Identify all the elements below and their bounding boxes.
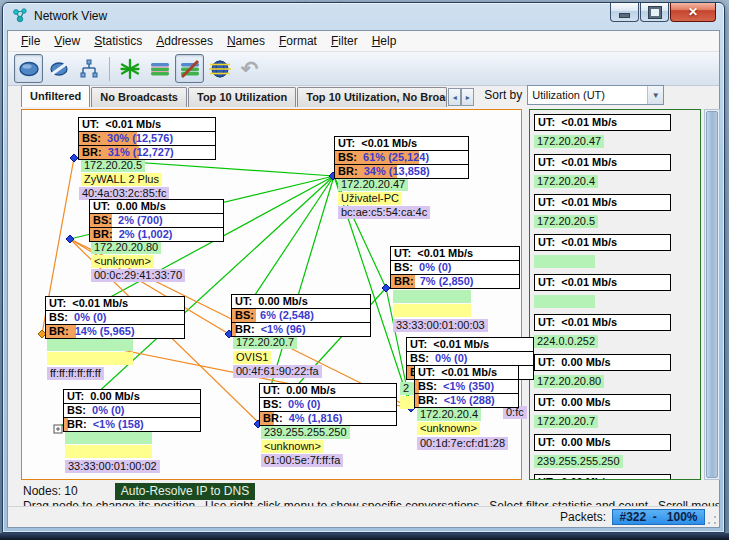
network-graph-panel[interactable]: UT: <0.01 Mb/sBS: 30% (12,576)BR: 31% (1… — [21, 109, 522, 480]
radial-layout-icon[interactable] — [115, 54, 144, 83]
stat-label: BS: — [46, 311, 74, 323]
menu-item-file[interactable]: File — [14, 32, 47, 50]
resize-grip-icon[interactable] — [707, 515, 717, 525]
ellipse-node-view-icon[interactable] — [14, 54, 43, 83]
network-view-window: Network View ✕ FileViewStatisticsAddress… — [2, 2, 725, 533]
list-item[interactable]: UT: 0.00 Mb/s — [534, 474, 700, 480]
menu-item-view[interactable]: View — [47, 32, 87, 50]
list-item-address: 239.255.255.250 — [534, 455, 623, 468]
node-list-panel: UT: <0.01 Mb/s172.20.20.47UT: <0.01 Mb/s… — [529, 109, 701, 480]
tree-layout-icon[interactable] — [74, 54, 103, 83]
nodes-count: Nodes: 10 — [23, 484, 78, 498]
list-item-ut-value: UT: <0.01 Mb/s — [534, 114, 671, 131]
list-item-ut-value: UT: <0.01 Mb/s — [534, 194, 671, 211]
list-item-address — [534, 295, 595, 308]
tab-top-10-utilization-no-broadcas[interactable]: Top 10 Utilization, No Broadcas — [297, 87, 447, 107]
node-33-33-00-01-00-03[interactable]: UT: <0.01 Mb/sBS: 0% (0)BR: 7% (2,850) — [390, 246, 520, 289]
node-239-255-255-250[interactable]: UT: 0.00 Mb/sBS: 0% (0)BR: 4% (1,816) — [259, 383, 397, 426]
undo-icon[interactable]: ↶ — [235, 54, 264, 83]
node-172-20-20-47[interactable]: UT: <0.01 Mb/sBS: 61% (25,124)BR: 34% (1… — [334, 136, 469, 179]
menu-item-format[interactable]: Format — [272, 32, 324, 50]
list-item[interactable]: UT: <0.01 Mb/s172.20.20.4 — [534, 154, 700, 189]
stat-label: BS: — [232, 309, 260, 321]
list-item[interactable]: UT: <0.01 Mb/s224.0.0.252 — [534, 314, 700, 349]
stat-value: 0% (0) — [288, 398, 320, 410]
stat-row: UT: <0.01 Mb/s — [46, 297, 184, 311]
stat-label: BR: — [64, 418, 93, 430]
hide-traffic-lines-icon[interactable] — [175, 54, 204, 83]
node-label-green: 172.20.20.4 — [417, 408, 481, 421]
list-item-address: 172.20.20.5 — [534, 215, 598, 228]
app-icon — [12, 8, 28, 24]
node-label-green — [393, 290, 471, 303]
node-label-purple: 00:0c:29:41:33:70 — [91, 269, 185, 282]
auto-resolve-badge[interactable]: Auto-Resolve IP to DNS — [115, 483, 256, 500]
show-traffic-lines-icon[interactable] — [145, 54, 174, 83]
tab-top-10-utilization[interactable]: Top 10 Utilization — [188, 87, 296, 107]
list-item-ut-value: UT: 0.00 Mb/s — [534, 354, 671, 371]
list-item[interactable]: UT: 0.00 Mb/s172.20.20.7 — [534, 394, 700, 429]
stat-label: BR: — [260, 412, 289, 424]
stat-row: BS: 0% (0) — [64, 404, 200, 418]
ellipse-disabled-icon[interactable] — [44, 54, 73, 83]
tab-no-broadcasts[interactable]: No Broadcasts — [91, 87, 187, 107]
menu-item-addresses[interactable]: Addresses — [149, 32, 220, 50]
maximize-button[interactable] — [640, 3, 669, 22]
list-item-address: 172.20.20.4 — [534, 175, 598, 188]
node-label-yellow: OVIS1 — [233, 351, 271, 364]
stat-value: 6% (2,548) — [260, 309, 314, 321]
stat-label: BR: — [79, 146, 108, 158]
node-label-green: 172.20.20.7 — [233, 336, 297, 349]
stat-row: BR: 4% (1,816) — [260, 412, 396, 425]
title-bar[interactable]: Network View ✕ — [3, 3, 724, 29]
graph-canvas[interactable]: UT: <0.01 Mb/sBS: 30% (12,576)BR: 31% (1… — [22, 110, 521, 479]
list-item-address: 224.0.0.252 — [534, 335, 598, 348]
sort-by-group: Sort by Utilization (UT) ▼ — [484, 85, 664, 105]
stat-label: UT: — [415, 366, 441, 378]
stat-value: <0.01 Mb/s — [72, 297, 128, 309]
tab-scroll-right-button[interactable]: ▸ — [461, 88, 474, 106]
tab-unfiltered[interactable]: Unfiltered — [21, 85, 90, 107]
scrollbar-thumb[interactable] — [706, 111, 718, 478]
list-item[interactable]: UT: <0.01 Mb/s — [534, 274, 700, 309]
list-item-address — [534, 255, 595, 268]
node-172-20-20-80[interactable]: UT: 0.00 Mb/sBS: 2% (700)BR: 2% (1,002) — [89, 199, 224, 242]
stat-label: UT: — [79, 118, 105, 130]
stat-label: UT: — [260, 384, 286, 396]
chevron-down-icon[interactable]: ▼ — [647, 86, 663, 104]
list-item[interactable]: UT: <0.01 Mb/s — [534, 234, 700, 269]
list-item[interactable]: UT: <0.01 Mb/s172.20.20.47 — [534, 114, 700, 149]
globe-view-icon[interactable] — [205, 54, 234, 83]
menu-item-filter[interactable]: Filter — [324, 32, 365, 50]
node-label-purple: 01:00:5e:7f:ff:fa — [261, 454, 343, 467]
close-icon: ✕ — [688, 5, 698, 19]
stat-row: UT: <0.01 Mb/s — [415, 366, 518, 380]
menu-item-statistics[interactable]: Statistics — [87, 32, 149, 50]
packets-label: Packets: — [560, 510, 606, 524]
sort-by-dropdown[interactable]: Utilization (UT) ▼ — [527, 85, 664, 105]
menu-item-names[interactable]: Names — [220, 32, 272, 50]
list-scrollbar[interactable] — [704, 109, 720, 480]
node-172-20-20-5[interactable]: UT: <0.01 Mb/sBS: 30% (12,576)BR: 31% (1… — [78, 117, 216, 160]
minimize-button[interactable] — [610, 3, 639, 22]
tab-scroll-left-button[interactable]: ◂ — [448, 88, 461, 106]
node-33-33-00-01-00-02[interactable]: UT: 0.00 Mb/sBS: 0% (0)BR: <1% (158) — [63, 389, 201, 432]
stat-value: 31% (12,727) — [108, 146, 174, 158]
menu-item-help[interactable]: Help — [365, 32, 404, 50]
toolbar: ↶ — [8, 52, 719, 86]
node-label-yellow: <unknown> — [91, 255, 154, 268]
list-item[interactable]: UT: 0.00 Mb/s172.20.20.80 — [534, 354, 700, 389]
stat-row: BR: <1% (288) — [415, 394, 518, 407]
node-172-20-20-7[interactable]: UT: 0.00 Mb/sBS: 6% (2,548)BR: <1% (96) — [231, 294, 371, 337]
stat-row: UT: <0.01 Mb/s — [407, 338, 533, 352]
node-broadcast-ff[interactable]: UT: <0.01 Mb/sBS: 0% (0)BR: 14% (5,965) — [45, 296, 185, 339]
list-item[interactable]: UT: 0.00 Mb/s239.255.255.250 — [534, 434, 700, 469]
menu-bar: FileViewStatisticsAddressesNamesFormatFi… — [8, 31, 719, 52]
stat-row: BR: 2% (1,002) — [90, 228, 223, 241]
node-172-20-20-4[interactable]: UT: <0.01 Mb/sBS: <1% (350)BR: <1% (288) — [414, 365, 519, 408]
close-button[interactable]: ✕ — [670, 3, 716, 22]
list-item-ut-value: UT: <0.01 Mb/s — [534, 314, 671, 331]
stat-row: BR: 31% (12,727) — [79, 146, 215, 159]
node-label-green — [65, 431, 152, 444]
list-item[interactable]: UT: <0.01 Mb/s172.20.20.5 — [534, 194, 700, 229]
